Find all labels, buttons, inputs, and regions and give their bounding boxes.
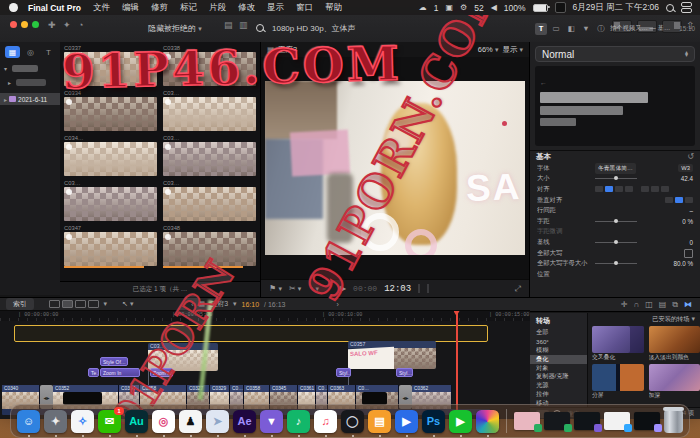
- dock-final-cut-pro[interactable]: [476, 410, 499, 433]
- generators-browser-icon[interactable]: ⧉: [672, 300, 678, 310]
- title-clip[interactable]: Styl…: [336, 368, 351, 377]
- music-browser-icon[interactable]: ∩: [633, 300, 639, 309]
- marker-menu-icon[interactable]: ⚑ ▾: [269, 284, 282, 293]
- menu-item-2[interactable]: 编辑: [116, 2, 145, 14]
- align-option[interactable]: [595, 186, 603, 192]
- tab-titles-icon[interactable]: T: [41, 46, 56, 58]
- search-icon[interactable]: [666, 4, 674, 12]
- shield-icon[interactable]: ▣: [445, 3, 453, 12]
- browser-clip[interactable]: C03…: [64, 179, 157, 222]
- dock-player[interactable]: ▶: [395, 410, 418, 433]
- dock-qq-music[interactable]: ♪: [287, 410, 310, 433]
- transition-item[interactable]: 淡入淡出到颜色: [649, 326, 700, 361]
- slider[interactable]: [595, 178, 637, 179]
- font-family-select[interactable]: 冬青黑体简…: [595, 163, 636, 174]
- clip-thumbnail[interactable]: [163, 187, 256, 221]
- minimized-window-window-3[interactable]: [574, 412, 600, 430]
- minimized-window-window-5[interactable]: [634, 412, 660, 430]
- clip-thumbnail[interactable]: [64, 52, 157, 86]
- keyword-icon[interactable]: ✦: [63, 20, 71, 30]
- color-inspector-icon[interactable]: ◧: [565, 23, 577, 35]
- close-button[interactable]: [10, 21, 17, 28]
- clip-appearance-icons[interactable]: [49, 300, 99, 308]
- font-weight-select[interactable]: W3: [678, 164, 693, 172]
- transition-category[interactable]: 复制器/克隆: [530, 372, 587, 381]
- menu-item-9[interactable]: 帮助: [319, 2, 348, 14]
- basic-section-header[interactable]: 基本 ↺: [530, 150, 700, 162]
- event-item-selected[interactable]: ▸ 2021-6-11: [0, 93, 60, 105]
- dock-apple-music[interactable]: ♫: [314, 410, 337, 433]
- info-inspector-icon[interactable]: ⓘ: [595, 23, 607, 35]
- event-name-redacted[interactable]: [16, 79, 46, 86]
- control-center-icon[interactable]: [681, 2, 692, 13]
- viewer-zoom-menu[interactable]: 66% ▾: [478, 45, 499, 54]
- align-option[interactable]: [615, 186, 623, 192]
- video-inspector-icon[interactable]: ▭: [550, 23, 562, 35]
- viewer-canvas[interactable]: SA: [261, 57, 529, 279]
- browser-clip[interactable]: C03…: [163, 89, 256, 132]
- dock-cloud-drive[interactable]: ➤: [206, 410, 229, 433]
- minimized-window-window-4[interactable]: [604, 412, 630, 430]
- dock-wechat[interactable]: ✉1: [98, 410, 121, 433]
- disclosure-icon[interactable]: ▸: [8, 79, 11, 86]
- slider[interactable]: [595, 263, 637, 264]
- transition-item[interactable]: 分屏: [592, 364, 644, 399]
- menubar-app-icon[interactable]: [555, 2, 566, 13]
- import-icon[interactable]: ✚: [48, 20, 56, 30]
- browser-clip[interactable]: C0348: [163, 224, 256, 267]
- timeline-ruler[interactable]: | 00:00:00:00| 00:00:05:00| 00:00:10:00|…: [0, 311, 530, 321]
- title-text-field[interactable]: ←: [535, 66, 695, 146]
- menu-item-3[interactable]: 修剪: [145, 2, 174, 14]
- minimized-window-window-1[interactable]: [514, 412, 540, 430]
- audio-meter[interactable]: [427, 284, 429, 293]
- reset-icon[interactable]: ↺: [687, 152, 694, 161]
- title-clip[interactable]: Zoom In: [150, 368, 173, 377]
- apple-logo-icon[interactable]: [9, 3, 18, 12]
- title-clip[interactable]: Style Of…: [100, 357, 128, 366]
- transition-thumbnail[interactable]: [592, 326, 644, 353]
- align-option[interactable]: [651, 186, 659, 192]
- dock-books[interactable]: ▤: [368, 410, 391, 433]
- clip-thumbnail[interactable]: [163, 52, 256, 86]
- fullscreen-icon[interactable]: ⤢: [515, 284, 521, 294]
- transition-category[interactable]: 对象: [530, 364, 587, 373]
- clip-thumbnail[interactable]: [64, 187, 157, 221]
- tools-menu-icon[interactable]: ✂ ▾: [289, 284, 301, 293]
- minimize-button[interactable]: [21, 21, 28, 28]
- menu-item-8[interactable]: 窗口: [290, 2, 319, 14]
- effects-browser-icon[interactable]: ✛: [621, 300, 628, 309]
- clip-thumbnail[interactable]: [163, 232, 256, 266]
- menu-item-4[interactable]: 标记: [174, 2, 203, 14]
- hide-rejected-filter[interactable]: 隐藏被拒绝的 ▾: [148, 23, 202, 34]
- dock-audition[interactable]: Au: [125, 410, 148, 433]
- transition-thumbnail[interactable]: [649, 326, 700, 353]
- list-view-icon[interactable]: ▥: [239, 20, 248, 30]
- gear-icon[interactable]: ⚙: [460, 3, 467, 12]
- browser-clip[interactable]: C034…: [64, 134, 157, 177]
- menu-item-7[interactable]: 显示: [261, 2, 290, 14]
- transition-item[interactable]: 交叉叠化: [592, 326, 644, 361]
- clip-thumbnail[interactable]: [64, 97, 157, 131]
- dock-qq[interactable]: ♟: [179, 410, 202, 433]
- title-clip[interactable]: Te…: [88, 368, 99, 377]
- align-option[interactable]: [661, 186, 669, 192]
- transition-thumbnail[interactable]: [649, 364, 700, 391]
- transition-thumbnail[interactable]: [592, 364, 644, 391]
- slider[interactable]: [595, 221, 637, 222]
- menu-item-0[interactable]: Final Cut Pro: [22, 3, 87, 13]
- dock-media-rings[interactable]: ◎: [152, 410, 175, 433]
- installed-transitions-header[interactable]: 已安装的转场▾: [588, 313, 700, 325]
- prev-project-icon[interactable]: ‹: [191, 301, 193, 308]
- volume-icon[interactable]: ◀: [491, 3, 497, 12]
- clip-thumbnail[interactable]: [163, 142, 256, 176]
- text-inspector-icon[interactable]: T: [535, 23, 547, 35]
- photos-browser-icon[interactable]: ◫: [645, 300, 653, 309]
- playhead[interactable]: [456, 311, 458, 417]
- browser-search-icon[interactable]: [256, 24, 264, 32]
- disclosure-icon[interactable]: ▾: [4, 65, 7, 72]
- background-tasks-icon[interactable]: ◔: [78, 20, 83, 30]
- valign-option[interactable]: [685, 197, 693, 203]
- transition-category[interactable]: 模糊: [530, 346, 587, 355]
- browser-clip[interactable]: C03…: [163, 179, 256, 222]
- dock-photoshop[interactable]: Ps: [422, 410, 445, 433]
